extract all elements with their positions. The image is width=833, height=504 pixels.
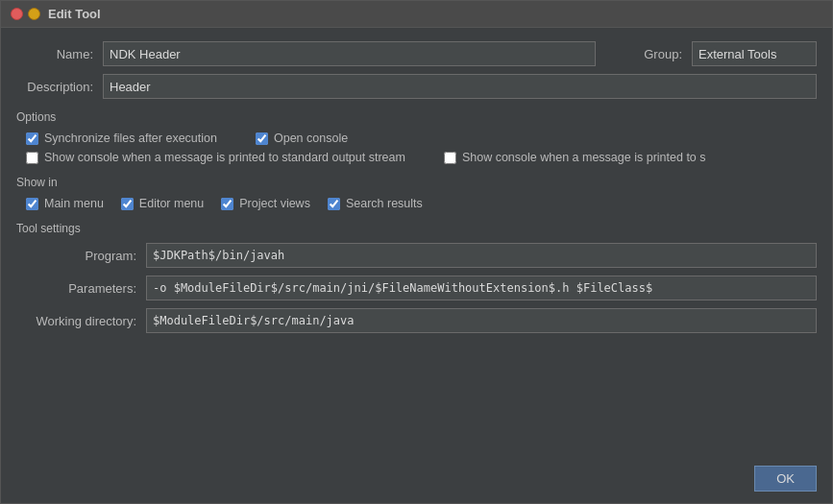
close-button[interactable] bbox=[11, 8, 23, 20]
group-input[interactable] bbox=[692, 41, 817, 66]
search-results-label: Search results bbox=[346, 197, 423, 210]
show-in-section-label: Show in bbox=[16, 176, 817, 189]
sync-files-row: Synchronize files after execution bbox=[26, 132, 217, 145]
options-row-1: Synchronize files after execution Open c… bbox=[26, 132, 817, 145]
open-console-checkbox[interactable] bbox=[256, 132, 268, 145]
dialog-footer: OK bbox=[1, 458, 832, 503]
show-console-stdout-row: Show console when a message is printed t… bbox=[26, 151, 405, 164]
program-input[interactable] bbox=[146, 243, 817, 268]
description-input[interactable] bbox=[103, 74, 817, 99]
editor-menu-row: Editor menu bbox=[121, 197, 204, 210]
name-group-row: Name: Group: bbox=[16, 41, 817, 66]
show-console-stderr-label: Show console when a message is printed t… bbox=[462, 151, 706, 164]
dialog-content: Name: Group: Description: Options Synchr… bbox=[1, 28, 832, 458]
tool-settings-section-label: Tool settings bbox=[16, 222, 817, 235]
open-console-label: Open console bbox=[274, 132, 348, 145]
window-controls bbox=[11, 8, 40, 20]
program-row: Program: bbox=[26, 243, 817, 268]
working-dir-input[interactable] bbox=[146, 308, 817, 333]
project-views-row: Project views bbox=[221, 197, 310, 210]
options-section-label: Options bbox=[16, 110, 817, 124]
sync-files-checkbox[interactable] bbox=[26, 132, 38, 145]
name-label: Name: bbox=[16, 47, 93, 61]
main-menu-checkbox[interactable] bbox=[26, 198, 38, 210]
group-label: Group: bbox=[605, 47, 682, 61]
program-label: Program: bbox=[26, 249, 136, 263]
description-label: Description: bbox=[16, 80, 93, 94]
dialog-title: Edit Tool bbox=[48, 7, 101, 21]
project-views-label: Project views bbox=[239, 197, 310, 210]
description-row: Description: bbox=[16, 74, 817, 99]
main-menu-label: Main menu bbox=[44, 197, 104, 210]
show-in-section: Main menu Editor menu Project views Sear… bbox=[16, 197, 817, 210]
show-console-stderr-row: Show console when a message is printed t… bbox=[444, 151, 706, 164]
edit-tool-dialog: Edit Tool Name: Group: Description: Opti… bbox=[0, 0, 833, 504]
parameters-label: Parameters: bbox=[26, 281, 136, 296]
search-results-checkbox[interactable] bbox=[328, 198, 340, 210]
main-menu-row: Main menu bbox=[26, 197, 104, 210]
project-views-checkbox[interactable] bbox=[221, 198, 233, 210]
show-in-row: Main menu Editor menu Project views Sear… bbox=[26, 197, 817, 210]
parameters-input[interactable] bbox=[146, 276, 817, 300]
sync-files-label: Synchronize files after execution bbox=[44, 132, 217, 145]
name-input[interactable] bbox=[103, 41, 596, 66]
options-row-2: Show console when a message is printed t… bbox=[26, 151, 817, 164]
search-results-row: Search results bbox=[328, 197, 423, 210]
parameters-row: Parameters: bbox=[26, 276, 817, 300]
show-console-stderr-checkbox[interactable] bbox=[444, 152, 456, 164]
open-console-row: Open console bbox=[256, 132, 348, 145]
minimize-button[interactable] bbox=[28, 8, 40, 20]
working-dir-row: Working directory: bbox=[26, 308, 817, 333]
editor-menu-checkbox[interactable] bbox=[121, 198, 134, 210]
tool-settings-section: Program: Parameters: Working directory: bbox=[16, 243, 817, 333]
ok-button[interactable]: OK bbox=[754, 466, 817, 492]
show-console-stdout-label: Show console when a message is printed t… bbox=[44, 151, 405, 164]
title-bar: Edit Tool bbox=[1, 1, 832, 28]
show-console-stdout-checkbox[interactable] bbox=[26, 152, 38, 164]
working-dir-label: Working directory: bbox=[26, 314, 136, 328]
options-section: Synchronize files after execution Open c… bbox=[16, 132, 817, 164]
editor-menu-label: Editor menu bbox=[139, 197, 204, 210]
